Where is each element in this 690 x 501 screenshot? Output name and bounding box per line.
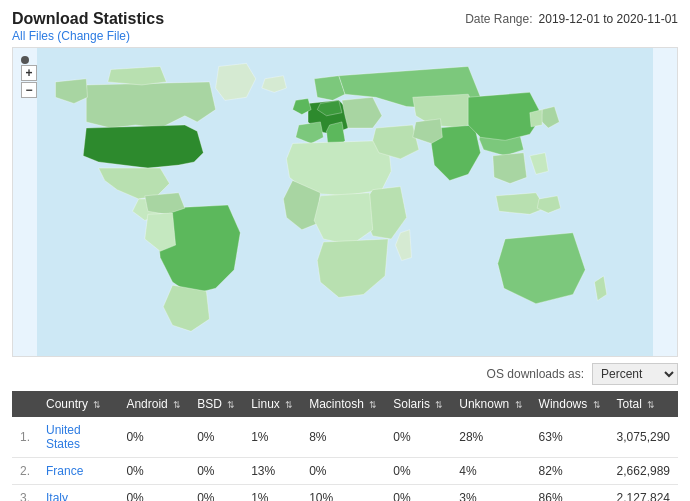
cell-windows: 82% (531, 458, 609, 485)
os-filter-row: OS downloads as: PercentCount (12, 363, 678, 385)
cell-android: 0% (118, 458, 189, 485)
sort-icon-solaris: ⇅ (435, 400, 443, 410)
cell-bsd: 0% (189, 458, 243, 485)
sort-icon-country: ⇅ (93, 400, 101, 410)
zoom-in-button[interactable]: + (21, 65, 37, 81)
page-header: Download Statistics All Files (Change Fi… (12, 10, 678, 43)
sort-icon-android: ⇅ (173, 400, 181, 410)
col-android[interactable]: Android ⇅ (118, 391, 189, 417)
cell-num: 2. (12, 458, 38, 485)
col-num (12, 391, 38, 417)
cell-total: 2,127,824 (609, 485, 678, 502)
zoom-out-button[interactable]: − (21, 82, 37, 98)
col-windows[interactable]: Windows ⇅ (531, 391, 609, 417)
date-range-label: Date Range: (465, 12, 532, 26)
date-range-value: 2019-12-01 to 2020-11-01 (539, 12, 678, 26)
sort-icon-macintosh: ⇅ (369, 400, 377, 410)
world-map[interactable]: + − (12, 47, 678, 357)
all-files-link[interactable]: All Files (Change File) (12, 29, 130, 43)
table-row: 3.Italy0%0%1%10%0%3%86%2,127,824 (12, 485, 678, 502)
cell-unknown: 3% (451, 485, 530, 502)
cell-macintosh: 8% (301, 417, 385, 458)
cell-macintosh: 10% (301, 485, 385, 502)
sort-icon-windows: ⇅ (593, 400, 601, 410)
col-linux[interactable]: Linux ⇅ (243, 391, 301, 417)
cell-solaris: 0% (385, 417, 451, 458)
os-label: OS downloads as: (487, 367, 584, 381)
cell-country[interactable]: Italy (38, 485, 118, 502)
sort-icon-unknown: ⇅ (515, 400, 523, 410)
cell-bsd: 0% (189, 485, 243, 502)
col-unknown[interactable]: Unknown ⇅ (451, 391, 530, 417)
col-macintosh[interactable]: Macintosh ⇅ (301, 391, 385, 417)
page-title: Download Statistics (12, 10, 164, 28)
col-country[interactable]: Country ⇅ (38, 391, 118, 417)
col-total[interactable]: Total ⇅ (609, 391, 678, 417)
col-bsd[interactable]: BSD ⇅ (189, 391, 243, 417)
cell-linux: 1% (243, 485, 301, 502)
map-dot-indicator (21, 56, 29, 64)
os-select[interactable]: PercentCount (592, 363, 678, 385)
cell-total: 2,662,989 (609, 458, 678, 485)
cell-android: 0% (118, 417, 189, 458)
cell-num: 1. (12, 417, 38, 458)
cell-windows: 63% (531, 417, 609, 458)
col-solaris[interactable]: Solaris ⇅ (385, 391, 451, 417)
table-row: 1.United States0%0%1%8%0%28%63%3,075,290 (12, 417, 678, 458)
cell-country[interactable]: France (38, 458, 118, 485)
table-header-row: Country ⇅ Android ⇅ BSD ⇅ Linux ⇅ Macint… (12, 391, 678, 417)
cell-country[interactable]: United States (38, 417, 118, 458)
downloads-table: Country ⇅ Android ⇅ BSD ⇅ Linux ⇅ Macint… (12, 391, 678, 501)
cell-solaris: 0% (385, 485, 451, 502)
cell-unknown: 4% (451, 458, 530, 485)
cell-macintosh: 0% (301, 458, 385, 485)
cell-unknown: 28% (451, 417, 530, 458)
table-row: 2.France0%0%13%0%0%4%82%2,662,989 (12, 458, 678, 485)
cell-linux: 1% (243, 417, 301, 458)
cell-solaris: 0% (385, 458, 451, 485)
cell-num: 3. (12, 485, 38, 502)
map-controls: + − (21, 56, 37, 98)
cell-linux: 13% (243, 458, 301, 485)
cell-bsd: 0% (189, 417, 243, 458)
date-range-section: Date Range: 2019-12-01 to 2020-11-01 (465, 12, 678, 26)
cell-android: 0% (118, 485, 189, 502)
sort-icon-total: ⇅ (647, 400, 655, 410)
cell-windows: 86% (531, 485, 609, 502)
cell-total: 3,075,290 (609, 417, 678, 458)
sort-icon-bsd: ⇅ (227, 400, 235, 410)
sort-icon-linux: ⇅ (285, 400, 293, 410)
